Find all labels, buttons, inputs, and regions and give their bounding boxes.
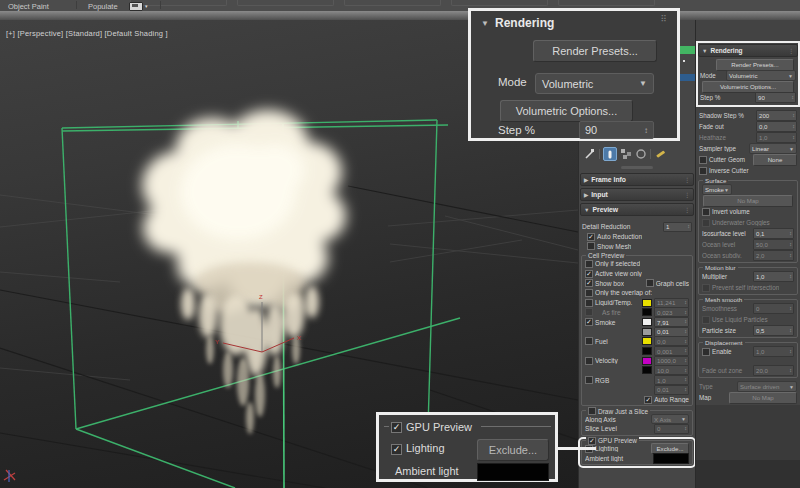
velocity-checkbox[interactable] <box>585 357 593 365</box>
smoke-field[interactable]: 7,91↕ <box>654 317 689 327</box>
auto-range-checkbox[interactable]: ✓ <box>644 396 652 404</box>
sampler-type-dropdown[interactable]: Linear▼ <box>749 143 797 155</box>
ribbon-tab-populate[interactable]: Populate <box>88 2 118 11</box>
spinner-arrows-icon[interactable]: ↕ <box>684 387 687 393</box>
exclude-button[interactable]: Exclude... <box>477 439 549 461</box>
invert-volume-checkbox[interactable] <box>702 208 710 216</box>
utilities-tab-icon[interactable] <box>654 148 666 160</box>
smoke-swatch[interactable] <box>642 318 652 326</box>
spinner-arrows-icon[interactable]: ↕ <box>789 231 792 237</box>
panel-splitter-handle[interactable] <box>621 166 653 169</box>
along-axis-dropdown[interactable]: X Axis▼ <box>651 414 689 425</box>
item-swatch[interactable] <box>642 366 652 374</box>
spinner-arrows-icon[interactable]: ↕ <box>792 113 795 119</box>
prevent-self-intersection-checkbox[interactable] <box>702 284 710 292</box>
ambient-light-swatch[interactable] <box>653 453 689 464</box>
no-map-button[interactable]: No Map <box>729 392 797 404</box>
enable-checkbox[interactable] <box>702 348 710 356</box>
show-mesh-checkbox[interactable] <box>587 242 595 250</box>
chevron-down-icon[interactable]: ▾ <box>145 3 148 9</box>
velocity-swatch[interactable] <box>642 357 652 365</box>
step-field[interactable]: 90↕ <box>755 92 796 103</box>
spinner-arrows-icon[interactable]: ↕ <box>789 328 792 334</box>
rendering-rollout-header[interactable]: ▼Rendering⋮ <box>698 44 798 57</box>
active-view-only-checkbox[interactable]: ✓ <box>585 270 593 278</box>
spinner-arrows-icon[interactable]: ↕ <box>684 358 687 364</box>
frame-info-rollout-header[interactable]: ▶Frame Info⋮ <box>580 173 694 186</box>
inverse-cutter-checkbox[interactable] <box>699 167 707 175</box>
fuel-checkbox[interactable] <box>585 337 593 345</box>
smoke-dropdown[interactable]: Smoke▼ <box>702 184 732 196</box>
spinner-arrows-icon[interactable]: ↕ <box>791 95 794 101</box>
spinner-arrows-icon[interactable]: ↕ <box>684 339 687 345</box>
auto-reduction-checkbox[interactable]: ✓ <box>587 233 595 241</box>
spinner-arrows-icon[interactable]: ↕ <box>789 349 792 355</box>
hierarchy-tab-icon[interactable] <box>620 148 632 160</box>
spinner-arrows-icon[interactable]: ↕ <box>684 348 687 354</box>
mode-dropdown[interactable]: Volumetric▼ <box>535 73 654 94</box>
render-presets-button[interactable]: Render Presets... <box>716 59 794 71</box>
spinner-arrows-icon[interactable]: ↕ <box>789 242 792 248</box>
only-the-overlap-of-checkbox[interactable] <box>585 289 593 297</box>
fade-out-field[interactable]: 0,0↕ <box>756 121 797 132</box>
smoke-checkbox[interactable]: ✓ <box>585 318 593 326</box>
cutter-geom-checkbox[interactable] <box>699 156 707 164</box>
spinner-arrows-icon[interactable]: ↕ <box>644 126 648 135</box>
liquid-temp-swatch[interactable] <box>642 299 652 307</box>
fade-out-zone-field[interactable]: 20,0↕ <box>753 365 794 376</box>
step-field[interactable]: 90↕ <box>579 121 654 139</box>
show-box-checkbox[interactable]: ✓ <box>585 279 593 287</box>
heathaze-field[interactable]: 1,0↕ <box>756 132 797 143</box>
velocity-field[interactable]: 1000,0↕ <box>654 356 689 366</box>
item-swatch[interactable] <box>642 347 652 355</box>
eyedropper-icon[interactable] <box>584 148 596 160</box>
enable-field[interactable]: 1,0↕ <box>753 346 794 357</box>
rgb-checkbox[interactable] <box>585 376 593 384</box>
item-field[interactable]: 0,01↕ <box>654 327 689 337</box>
smoothness-field[interactable]: 0↕ <box>753 303 794 314</box>
item-field[interactable]: 10,0↕ <box>654 365 689 375</box>
no-map-button[interactable]: No Map <box>703 195 793 207</box>
spinner-arrows-icon[interactable]: ↕ <box>684 300 687 306</box>
multiplier-field[interactable]: 1,0↕ <box>753 271 794 282</box>
spinner-arrows-icon[interactable]: ↕ <box>789 274 792 280</box>
fuel-swatch[interactable] <box>642 337 652 345</box>
slice-level-field[interactable]: 0↕ <box>654 424 689 434</box>
modify-tab-icon[interactable] <box>603 147 617 161</box>
rollout-open-icon[interactable]: ▼ <box>481 19 489 28</box>
ambient-light-swatch[interactable] <box>477 463 549 481</box>
item-swatch[interactable] <box>642 328 652 336</box>
fuel-field[interactable]: 0,0↕ <box>654 336 689 346</box>
spinner-arrows-icon[interactable]: ↕ <box>684 426 687 432</box>
spinner-arrows-icon[interactable]: ↕ <box>789 253 792 259</box>
detail-reduction-field[interactable]: 1↕ <box>663 222 692 232</box>
underwater-goggles-checkbox[interactable] <box>702 219 710 227</box>
viewport-label-menu[interactable]: [+] [Perspective] [Standard] [Default Sh… <box>6 29 168 38</box>
spinner-arrows-icon[interactable]: ↕ <box>789 306 792 312</box>
mode-dropdown[interactable]: Volumetric▼ <box>726 70 796 82</box>
volumetric-options-button[interactable]: Volumetric Options... <box>500 100 633 122</box>
shadow-step-field[interactable]: 200↕ <box>756 110 797 121</box>
spinner-arrows-icon[interactable]: ↕ <box>687 224 690 230</box>
spinner-arrows-icon[interactable]: ↕ <box>792 135 795 141</box>
item-field[interactable]: 0,001↕ <box>654 346 689 356</box>
isosurface-level-field[interactable]: 0,1↕ <box>753 228 794 239</box>
draw-just-a-slice-checkbox[interactable] <box>588 407 596 415</box>
graph-cells-checkbox[interactable] <box>646 279 654 287</box>
spinner-arrows-icon[interactable]: ↕ <box>792 124 795 130</box>
rendering-rollout-title[interactable]: Rendering <box>495 16 554 30</box>
particle-size-field[interactable]: 0,5↕ <box>753 325 794 336</box>
gpu-preview-checkbox[interactable]: ✓ <box>588 437 596 445</box>
item-field[interactable]: 0,01↕ <box>654 385 689 395</box>
media-widget-icon[interactable] <box>129 2 143 11</box>
input-rollout-header[interactable]: ▶Input⋮ <box>580 188 694 201</box>
volumetric-options-button[interactable]: Volumetric Options... <box>702 81 794 93</box>
spinner-arrows-icon[interactable]: ↕ <box>684 377 687 383</box>
as-fire-swatch[interactable] <box>642 308 652 316</box>
use-liquid-particles-checkbox[interactable] <box>702 316 710 324</box>
liquid-temp-checkbox[interactable] <box>585 299 593 307</box>
spinner-arrows-icon[interactable]: ↕ <box>789 368 792 374</box>
motion-tab-icon[interactable] <box>635 148 647 160</box>
as-fire-checkbox[interactable] <box>585 308 593 316</box>
spinner-arrows-icon[interactable]: ↕ <box>684 368 687 374</box>
